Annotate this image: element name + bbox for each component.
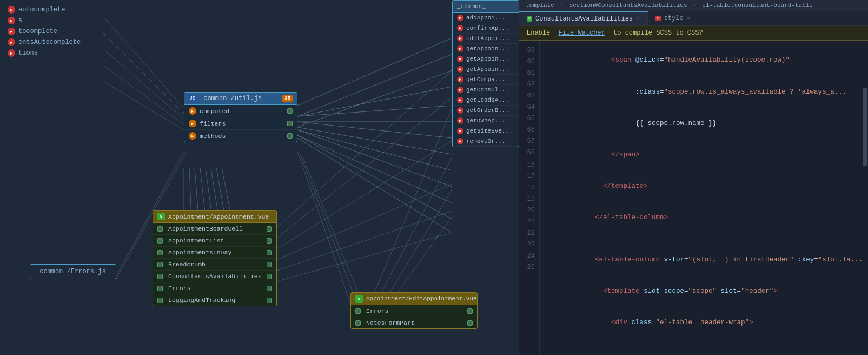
vue-file-icon2: V xyxy=(355,295,363,303)
svg-line-2 xyxy=(103,49,184,119)
svg-line-16 xyxy=(297,135,452,219)
appt-item: ConsultantsAvailabilities xyxy=(153,271,276,282)
svg-line-7 xyxy=(297,70,452,127)
vue-icon: ▶ xyxy=(8,28,15,35)
tab-close-icon2[interactable]: × xyxy=(687,15,691,22)
code-line-63: </template> xyxy=(546,171,862,202)
svg-line-8 xyxy=(297,87,452,116)
edit-appt-item: NotesFormPart xyxy=(351,317,477,328)
svg-line-4 xyxy=(103,81,184,130)
port-dot xyxy=(467,308,473,314)
edit-appointment-node: V Appointment/EditAppointment.vue Errors… xyxy=(350,292,478,329)
svg-line-30 xyxy=(277,211,452,271)
util-node: JS _common_/util.js 35 ▶ computed ▶ filt… xyxy=(184,92,297,142)
breadcrumb-section: section#ConsultantsAvailabilities xyxy=(569,2,687,9)
code-line-62: </span> xyxy=(546,139,862,170)
svg-line-17 xyxy=(297,138,452,233)
breadcrumb-template: template xyxy=(526,2,554,9)
port-dot xyxy=(267,298,272,303)
vue-icon: ▶ xyxy=(8,6,15,14)
common-item: ▶ confirmAp... xyxy=(453,23,519,34)
svg-line-26 xyxy=(277,70,452,227)
common-item: ▶ getConsul... xyxy=(453,85,519,95)
svg-line-37 xyxy=(368,108,452,308)
svg-line-9 xyxy=(297,106,452,116)
appt-item: Breadcrumb xyxy=(153,259,276,271)
vue-icon: ▶ xyxy=(457,117,463,124)
util-node-header: JS _common_/util.js 35 xyxy=(184,93,297,105)
vue-icon: ▶ xyxy=(8,17,15,24)
vue-icon: ▶ xyxy=(457,107,463,114)
port-dot-left xyxy=(157,226,163,232)
appointment-node-header: V Appointment/Appointment.vue xyxy=(153,211,276,223)
common-item: ▶ getAppoin... xyxy=(453,54,519,64)
svg-line-14 xyxy=(297,130,452,187)
left-item: ▶ s xyxy=(4,15,101,26)
code-line-60: :class="scope.row.is_always_available ? … xyxy=(546,76,862,108)
methods-item: ▶ methods xyxy=(184,130,297,142)
tab-style[interactable]: S style × xyxy=(648,11,699,25)
tab-consultants[interactable]: V ConsultantsAvailabilities × xyxy=(519,11,648,25)
port-dot-left xyxy=(355,308,361,314)
port-dot xyxy=(267,274,272,279)
filters-item: ▶ filters xyxy=(184,117,297,130)
common-item: ▶ getOwnAp... xyxy=(453,116,519,126)
tab-close-icon[interactable]: × xyxy=(636,16,640,22)
svg-line-15 xyxy=(297,135,452,203)
graph-panel: ▶ autocomplete ▶ s ▶ tocomplete ▶ entsAu… xyxy=(0,0,519,355)
svg-line-29 xyxy=(277,184,452,260)
code-content: <span @click="handleAvailability(scope.r… xyxy=(540,41,868,355)
vue-file-icon: V xyxy=(157,213,165,220)
port-dot xyxy=(467,320,473,326)
common-panel-header: _common_ xyxy=(453,1,519,13)
left-item: ▶ tocomplete xyxy=(4,26,101,37)
svg-line-13 xyxy=(297,130,452,170)
svg-line-27 xyxy=(277,97,452,238)
svg-line-36 xyxy=(303,157,362,303)
port-dot-left xyxy=(157,238,163,244)
editor-breadcrumb: template › section#ConsultantsAvailabili… xyxy=(519,0,868,11)
port-dot xyxy=(287,121,293,126)
port-dot-left xyxy=(157,262,163,267)
common-panel-node: _common_ ▶ addAppoi... ▶ confirmAp... ▶ … xyxy=(452,0,519,147)
vue-icon: ▶ xyxy=(457,15,463,21)
editor-panel: template › section#ConsultantsAvailabili… xyxy=(519,0,868,355)
svg-line-0 xyxy=(103,16,184,108)
appt-item: AppointmentBoardCell xyxy=(153,223,276,235)
file-watcher-link[interactable]: File Watcher xyxy=(558,29,605,37)
common-item: ▶ editAppoi... xyxy=(453,34,519,44)
left-sidebar: ▶ autocomplete ▶ s ▶ tocomplete ▶ entsAu… xyxy=(0,0,105,63)
svg-line-35 xyxy=(300,154,357,303)
errors-node: _common_/Errors.js xyxy=(30,264,116,279)
vue-icon: ▶ xyxy=(457,25,463,31)
appt-item: LoggingAndTracking xyxy=(153,294,276,306)
appt-item: AppointmentsInDay xyxy=(153,247,276,259)
vue-icon: ▶ xyxy=(457,66,463,73)
code-line-61: {{ scope.row.name }} xyxy=(546,108,862,139)
port-dot xyxy=(267,238,272,244)
svg-line-5 xyxy=(297,38,452,106)
vue-icon: ▶ xyxy=(457,138,463,144)
css-tab-icon: S xyxy=(655,16,661,21)
common-item: ▶ removeOr... xyxy=(453,136,519,147)
notification-bar: Enable File Watcher to compile SCSS to C… xyxy=(519,26,868,41)
vue-icon: ▶ xyxy=(457,56,463,62)
editor-tabs: V ConsultantsAvailabilities × S style × xyxy=(519,11,868,26)
port-dot-left xyxy=(355,320,361,326)
port-dot xyxy=(267,250,272,255)
scrollbar-track xyxy=(862,41,868,355)
left-item: ▶ entsAutocomplete xyxy=(4,37,101,48)
computed-icon: ▶ xyxy=(189,107,196,115)
vue-icon: ▶ xyxy=(457,35,463,42)
line-numbers: 59 60 61 62 63 64 65 66 67 68 16 17 18 1… xyxy=(519,41,540,355)
scrollbar-thumb[interactable] xyxy=(863,88,867,166)
code-line-sep xyxy=(546,339,862,349)
code-line-65 xyxy=(546,234,862,244)
common-item: ▶ getSiteEve... xyxy=(453,126,519,136)
common-item: ▶ getOrderB... xyxy=(453,106,519,116)
filters-icon: ▶ xyxy=(189,120,196,127)
appointment-node: V Appointment/Appointment.vue Appointmen… xyxy=(153,210,277,306)
port-dot-left xyxy=(157,250,163,255)
left-item: ▶ autocomplete xyxy=(4,4,101,15)
common-item: ▶ getAppoin... xyxy=(453,44,519,54)
